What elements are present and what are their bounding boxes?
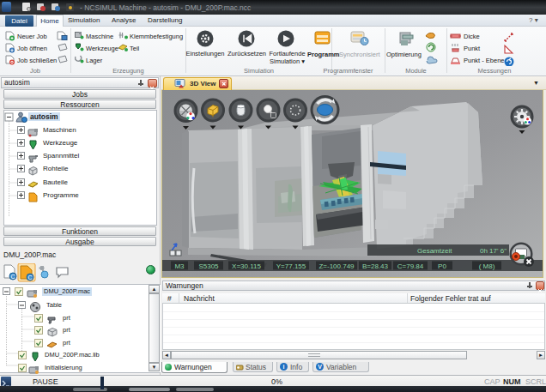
svg-text:S5305: S5305 — [198, 262, 219, 270]
svg-text:C: C — [27, 274, 32, 280]
svg-text:C: C — [10, 274, 15, 280]
svg-text:M3: M3 — [174, 262, 185, 270]
svg-text:X=30.115: X=30.115 — [232, 262, 261, 270]
svg-text:Y=77.155: Y=77.155 — [276, 262, 306, 270]
svg-text:0h 17' 6": 0h 17' 6" — [480, 247, 507, 255]
svg-text:C=79.84: C=79.84 — [397, 262, 424, 270]
svg-text:B=28.43: B=28.43 — [362, 262, 389, 270]
svg-text:( M8): ( M8) — [479, 262, 495, 270]
svg-text:Gesamtzeit: Gesamtzeit — [417, 247, 452, 255]
svg-text:Z=-100.749: Z=-100.749 — [318, 262, 355, 270]
svg-text:P0: P0 — [438, 262, 446, 270]
